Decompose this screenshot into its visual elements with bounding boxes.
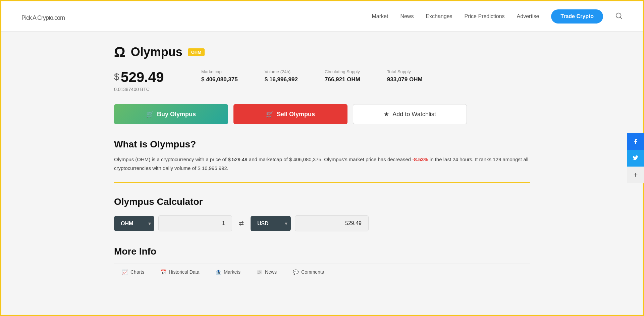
watchlist-button[interactable]: ★ Add to Watchlist	[353, 104, 467, 124]
markets-icon: 🏦	[215, 269, 221, 275]
price-section: $ 529.49 0.01387400 BTC Marketcap $ 406,…	[114, 69, 530, 92]
section-divider	[114, 182, 530, 183]
stat-volume: Volume (24h) $ 16,996,992	[265, 69, 298, 83]
charts-icon: 📈	[122, 269, 128, 275]
tab-markets-label: Markets	[224, 269, 240, 275]
tabs-row: 📈 Charts 📅 Historical Data 🏦 Markets 📰 N…	[114, 264, 530, 281]
tab-markets[interactable]: 🏦 Markets	[207, 264, 249, 281]
tab-news[interactable]: 📰 News	[249, 264, 285, 281]
logo-text: Pick A Crypto	[21, 14, 53, 21]
desc-price: $ 529.49	[228, 156, 249, 162]
logo[interactable]: Pick A Crypto.com	[21, 10, 65, 22]
price-btc: 0.01387400 BTC	[114, 87, 174, 92]
cart-icon: 🛒	[146, 110, 154, 118]
social-sidebar: +	[627, 133, 644, 183]
star-icon: ★	[384, 110, 389, 118]
volume-value: $ 16,996,992	[265, 76, 298, 83]
tab-historical-data[interactable]: 📅 Historical Data	[152, 264, 207, 281]
calculator-section: Olympus Calculator OHM BTC ETH ⇄ USD EUR…	[114, 196, 530, 231]
twitter-share-button[interactable]	[627, 150, 644, 167]
tab-news-label: News	[265, 269, 277, 275]
coin-header: Ω Olympus OHM	[114, 45, 530, 59]
tab-comments[interactable]: 💬 Comments	[285, 264, 332, 281]
to-value-input[interactable]	[295, 215, 369, 231]
total-supply-value: 933,079 OHM	[387, 76, 423, 83]
buy-button-label: Buy Olympus	[157, 111, 196, 118]
svg-line-1	[620, 17, 622, 18]
stats-grid: Marketcap $ 406,080,375 Volume (24h) $ 1…	[201, 69, 423, 83]
coin-ticker-badge: OHM	[188, 48, 205, 56]
price-usd: $ 529.49	[114, 69, 174, 85]
more-share-button[interactable]: +	[627, 167, 644, 183]
total-supply-label: Total Supply	[387, 69, 423, 74]
nav-market[interactable]: Market	[372, 13, 388, 19]
calculator-row: OHM BTC ETH ⇄ USD EUR BTC	[114, 215, 416, 231]
nav-news[interactable]: News	[400, 13, 414, 19]
what-is-section: What is Olympus? Olympus (OHM) is a cryp…	[114, 139, 530, 172]
exchange-arrow-icon: ⇄	[236, 220, 247, 227]
historical-data-icon: 📅	[160, 269, 166, 275]
main-nav: Market News Exchanges Price Predictions …	[372, 9, 623, 24]
trade-crypto-button[interactable]: Trade Crypto	[551, 9, 603, 24]
coin-omega-icon: Ω	[114, 45, 125, 59]
sell-button[interactable]: 🛒 Sell Olympus	[233, 104, 347, 124]
volume-label: Volume (24h)	[265, 69, 298, 74]
main-content: Ω Olympus OHM $ 529.49 0.01387400 BTC Ma…	[87, 32, 557, 294]
price-main: $ 529.49 0.01387400 BTC	[114, 69, 174, 92]
search-icon[interactable]	[615, 12, 623, 21]
desc-change: -8.53%	[412, 156, 430, 162]
facebook-share-button[interactable]	[627, 133, 644, 150]
more-info-section: More Info 📈 Charts 📅 Historical Data 🏦 M…	[114, 246, 530, 281]
tab-charts-label: Charts	[130, 269, 144, 275]
coin-name: Olympus	[131, 45, 182, 59]
tab-comments-label: Comments	[301, 269, 324, 275]
tab-historical-label: Historical Data	[169, 269, 199, 275]
news-icon: 📰	[257, 269, 262, 275]
comments-icon: 💬	[293, 269, 299, 275]
marketcap-label: Marketcap	[201, 69, 238, 74]
from-currency-wrapper: OHM BTC ETH	[114, 216, 154, 231]
more-info-title: More Info	[114, 246, 530, 257]
calculator-title: Olympus Calculator	[114, 196, 530, 207]
stat-circulating-supply: Circulating Supply 766,921 OHM	[325, 69, 360, 83]
nav-price-predictions[interactable]: Price Predictions	[465, 13, 505, 19]
description-text: Olympus (OHM) is a cryptocurrency with a…	[114, 155, 530, 172]
logo-suffix: .com	[53, 14, 65, 21]
circulating-supply-label: Circulating Supply	[325, 69, 360, 74]
from-currency-select[interactable]: OHM BTC ETH	[114, 216, 154, 231]
tab-charts[interactable]: 📈 Charts	[114, 264, 152, 281]
sell-button-label: Sell Olympus	[277, 111, 315, 118]
watchlist-button-label: Add to Watchlist	[392, 111, 436, 118]
stat-total-supply: Total Supply 933,079 OHM	[387, 69, 423, 83]
nav-advertise[interactable]: Advertise	[517, 13, 539, 19]
marketcap-value: $ 406,080,375	[201, 76, 238, 83]
action-buttons: 🛒 Buy Olympus 🛒 Sell Olympus ★ Add to Wa…	[114, 104, 530, 124]
sell-cart-icon: 🛒	[266, 110, 273, 118]
buy-button[interactable]: 🛒 Buy Olympus	[114, 104, 228, 124]
what-is-title: What is Olympus?	[114, 139, 530, 150]
desc-prefix: Olympus (OHM) is a cryptocurrency with a…	[114, 156, 226, 162]
header: Pick A Crypto.com Market News Exchanges …	[1, 1, 643, 32]
circulating-supply-value: 766,921 OHM	[325, 76, 360, 83]
stat-marketcap: Marketcap $ 406,080,375	[201, 69, 238, 83]
nav-exchanges[interactable]: Exchanges	[426, 13, 452, 19]
price-usd-value: 529.49	[121, 69, 164, 85]
price-dollar-sign: $	[114, 72, 119, 82]
from-value-input[interactable]	[158, 215, 232, 231]
to-currency-select[interactable]: USD EUR BTC	[251, 216, 291, 231]
desc-mid: and marketcap of $ 406,080,375. Olympus'…	[249, 156, 411, 162]
to-currency-wrapper: USD EUR BTC	[251, 216, 291, 231]
